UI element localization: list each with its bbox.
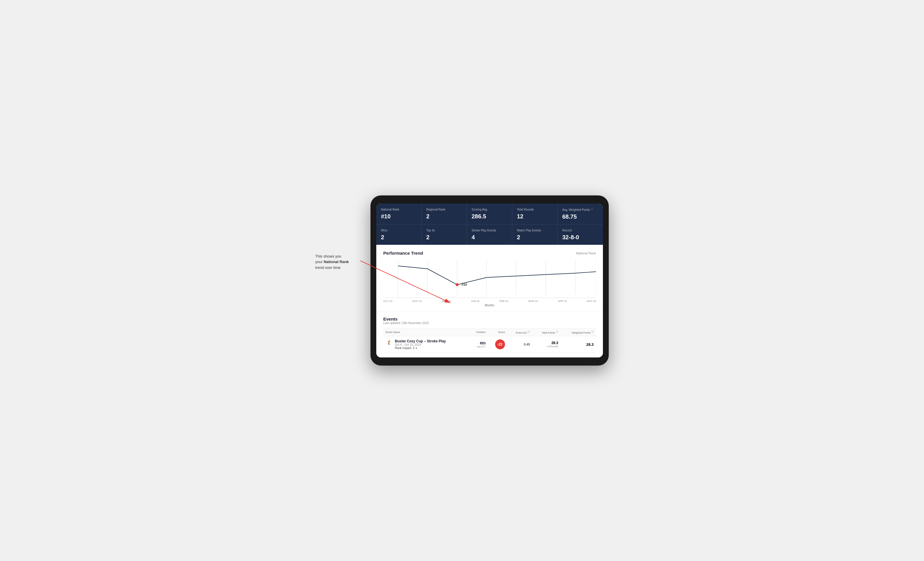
col-position: Position bbox=[470, 328, 488, 336]
chart-svg: #10 bbox=[383, 260, 596, 298]
stat-regional-rank: Regional Rank 2 bbox=[422, 203, 467, 224]
table-header-row: Event Name Position Score Event SG ⓘ Tot… bbox=[383, 328, 596, 336]
event-date: Oct 9 - Oct 10, 2023 bbox=[395, 343, 446, 346]
chart-x-axis-title: Months bbox=[383, 304, 596, 307]
event-name-cell: 🏌 Buster Cozy Cup – Stroke Play Oct 9 - … bbox=[383, 336, 470, 353]
x-label-feb24: FEB 24 bbox=[500, 300, 508, 302]
annotation-text3: trend over time bbox=[315, 265, 340, 270]
stat-record: Record 32-8-0 bbox=[558, 224, 603, 245]
table-row: 🏌 Buster Cozy Cup – Stroke Play Oct 9 - … bbox=[383, 336, 596, 353]
weighted-points-cell: 28.3 bbox=[561, 336, 596, 353]
position-cell: 6th out of 7 bbox=[470, 336, 488, 353]
x-label-mar24: MAR 24 bbox=[528, 300, 538, 302]
total-points-sub: 3 Rounds bbox=[535, 345, 558, 348]
x-label-jan24: JAN 24 bbox=[471, 300, 480, 302]
x-label-may24: MAY 24 bbox=[587, 300, 596, 302]
stats-row2: Wins 2 Top 3s 2 Stroke Play Events 4 Mat… bbox=[376, 224, 603, 245]
events-title: Events bbox=[383, 317, 596, 322]
annotation-text2: your bbox=[315, 260, 324, 264]
performance-section: Performance Trend National Rank bbox=[376, 245, 603, 311]
stat-wins: Wins 2 bbox=[376, 224, 422, 245]
x-label-nov23: NOV 23 bbox=[412, 300, 422, 302]
chevron-down-icon: ▼ bbox=[415, 347, 417, 350]
col-event-name: Event Name bbox=[383, 328, 470, 336]
stat-total-rounds: Total Rounds 12 bbox=[512, 203, 558, 224]
stat-avg-weighted-points: Avg. Weighted Points ⓘ 68.75 bbox=[558, 203, 603, 224]
event-name: Buster Cozy Cup – Stroke Play bbox=[395, 339, 446, 343]
tablet-screen: National Rank #10 Regional Rank 2 Scorin… bbox=[376, 203, 603, 358]
total-points-value: 28.3 bbox=[535, 341, 558, 345]
stats-row1: National Rank #10 Regional Rank 2 Scorin… bbox=[376, 203, 603, 224]
position-sub: out of 7 bbox=[472, 345, 486, 348]
total-points-cell: 28.3 3 Rounds bbox=[532, 336, 561, 353]
annotation-text1: This shows you bbox=[315, 254, 341, 259]
score-badge: -22 bbox=[495, 340, 505, 349]
svg-point-10 bbox=[456, 283, 459, 286]
col-event-sg: Event SG ⓘ bbox=[507, 328, 532, 336]
tablet-frame: National Rank #10 Regional Rank 2 Scorin… bbox=[370, 195, 609, 366]
performance-title: Performance Trend bbox=[383, 251, 423, 256]
stat-stroke-play-events: Stroke Play Events 4 bbox=[467, 224, 512, 245]
event-sg-value: 0.45 bbox=[524, 343, 530, 346]
x-label-apr24: APR 24 bbox=[558, 300, 567, 302]
score-cell: -22 bbox=[488, 336, 507, 353]
x-label-oct23: OCT 23 bbox=[383, 300, 392, 302]
stat-match-play-events: Match Play Events 2 bbox=[512, 224, 558, 245]
chart-x-labels: OCT 23 NOV 23 DEC 23 JAN 24 FEB 24 MAR 2… bbox=[383, 298, 596, 303]
rank-impact: Rank Impact: 3 ▼ bbox=[395, 346, 446, 350]
chart-container: #10 bbox=[383, 260, 596, 298]
events-last-updated: Last updated: 24th November 2023 bbox=[383, 322, 596, 325]
events-table: Event Name Position Score Event SG ⓘ Tot… bbox=[383, 328, 596, 353]
col-weighted-points: Weighted Points ⓘ bbox=[561, 328, 596, 336]
col-score: Score bbox=[488, 328, 507, 336]
event-sg-cell: 0.45 bbox=[507, 336, 532, 353]
annotation-bold: National Rank bbox=[324, 260, 349, 264]
performance-subtitle: National Rank bbox=[576, 251, 596, 255]
svg-text:#10: #10 bbox=[461, 283, 467, 287]
col-total-points: Total Points ⓘ bbox=[532, 328, 561, 336]
stat-national-rank: National Rank #10 bbox=[376, 203, 422, 224]
performance-header: Performance Trend National Rank bbox=[383, 251, 596, 256]
annotation: This shows you your National Rank trend … bbox=[315, 253, 364, 271]
weighted-points-value: 28.3 bbox=[586, 343, 594, 347]
event-golf-icon: 🏌 bbox=[386, 339, 393, 346]
stat-scoring-avg: Scoring Avg. 286.5 bbox=[467, 203, 512, 224]
x-label-dec23: DEC 23 bbox=[442, 300, 451, 302]
position-value: 6th bbox=[472, 341, 486, 345]
score-value: -22 bbox=[498, 343, 502, 346]
stat-top3s: Top 3s 2 bbox=[422, 224, 467, 245]
events-section: Events Last updated: 24th November 2023 … bbox=[376, 311, 603, 358]
